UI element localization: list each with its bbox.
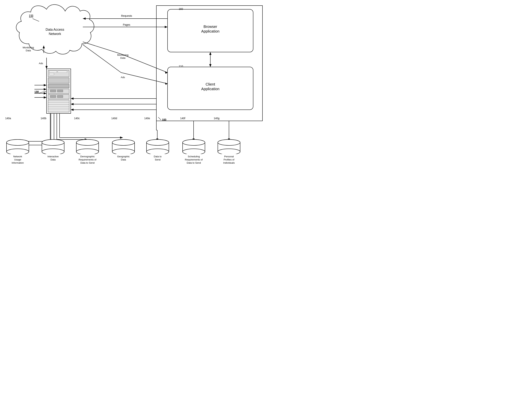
svg-point-133 xyxy=(183,140,205,145)
svg-line-13 xyxy=(32,18,39,21)
svg-text:Ads: Ads xyxy=(121,76,125,79)
svg-rect-47 xyxy=(50,95,56,98)
db-interactive: InteractiveData xyxy=(41,139,65,161)
db-data-to-send: Data toSend xyxy=(146,139,170,161)
svg-rect-40 xyxy=(49,73,54,75)
svg-marker-65 xyxy=(71,98,74,100)
svg-rect-39 xyxy=(58,71,67,73)
svg-rect-46 xyxy=(48,94,69,99)
svg-rect-41 xyxy=(48,78,69,83)
ref-140d: 140d xyxy=(111,117,117,120)
svg-text:Monitoring: Monitoring xyxy=(23,46,34,49)
db-label-network-usage: NetworkUsageInformation xyxy=(12,155,24,165)
svg-line-55 xyxy=(39,91,46,93)
svg-marker-57 xyxy=(44,84,46,86)
svg-rect-43 xyxy=(48,89,69,93)
svg-marker-26 xyxy=(45,66,48,69)
svg-marker-59 xyxy=(44,88,46,90)
svg-rect-42 xyxy=(48,84,69,88)
db-label-personal-profiles: PersonalProfiles ofIndividuals xyxy=(223,155,234,165)
svg-point-102 xyxy=(6,149,29,154)
ref-140c: 140c xyxy=(74,117,80,120)
svg-text:Application: Application xyxy=(201,87,220,91)
svg-rect-4 xyxy=(168,67,253,110)
db-demographic: DemographicRequirements ofData to Send xyxy=(75,139,100,165)
ref-110: 110 xyxy=(179,65,183,68)
diagram: Browser Application Client Application D… xyxy=(0,0,266,200)
svg-marker-67 xyxy=(71,103,74,105)
svg-point-139 xyxy=(218,140,240,145)
svg-marker-63 xyxy=(44,96,46,98)
svg-marker-15 xyxy=(83,18,86,20)
svg-text:Data: Data xyxy=(120,56,126,59)
svg-point-109 xyxy=(42,140,64,145)
svg-line-71 xyxy=(158,117,161,120)
svg-rect-1 xyxy=(168,9,253,52)
svg-marker-18 xyxy=(165,26,168,28)
svg-point-132 xyxy=(183,149,205,154)
svg-text:Requests: Requests xyxy=(121,14,132,17)
svg-point-120 xyxy=(112,149,135,154)
ref-160: 160 xyxy=(179,7,183,10)
db-label-interactive: InteractiveData xyxy=(47,155,59,161)
svg-line-33 xyxy=(83,45,121,73)
ref-140b: 140b xyxy=(41,117,46,120)
svg-marker-31 xyxy=(165,72,168,74)
ref-140a: 140a xyxy=(5,117,11,120)
db-label-geographic: GeographicData xyxy=(117,155,130,161)
svg-text:Application: Application xyxy=(201,29,220,33)
ref-100: 100 xyxy=(162,118,166,121)
svg-marker-9 xyxy=(209,64,211,67)
svg-text:Monitoring: Monitoring xyxy=(117,54,129,56)
svg-text:Network: Network xyxy=(49,32,61,36)
svg-marker-61 xyxy=(44,92,46,94)
svg-point-127 xyxy=(146,140,169,145)
db-geographic: GeographicData xyxy=(111,139,135,161)
svg-text:Data Access: Data Access xyxy=(46,28,64,31)
svg-point-115 xyxy=(76,140,99,145)
svg-text:Client: Client xyxy=(205,82,215,86)
svg-text:Browser: Browser xyxy=(203,25,217,29)
svg-rect-38 xyxy=(49,71,57,73)
svg-point-114 xyxy=(76,149,99,154)
svg-rect-37 xyxy=(48,70,69,77)
svg-text:Data: Data xyxy=(26,49,31,52)
ref-130: 130 xyxy=(34,90,39,93)
db-network-usage: NetworkUsageInformation xyxy=(6,139,30,165)
svg-rect-48 xyxy=(57,95,63,98)
db-label-demographic: DemographicRequirements ofData to Send xyxy=(79,155,96,165)
db-personal-profiles: PersonalProfiles ofIndividuals xyxy=(217,139,241,165)
svg-line-30 xyxy=(121,54,168,73)
svg-point-103 xyxy=(6,140,29,145)
svg-line-34 xyxy=(121,73,168,84)
db-label-scheduling: SchedulingRequirements ofData to Send xyxy=(185,155,203,165)
svg-marker-69 xyxy=(71,109,74,111)
db-label-data-to-send: Data toSend xyxy=(154,155,162,161)
svg-line-29 xyxy=(83,42,121,54)
svg-rect-0 xyxy=(156,6,262,121)
ref-140g: 140g xyxy=(214,117,220,120)
svg-point-121 xyxy=(112,140,135,145)
svg-rect-45 xyxy=(57,90,63,92)
ref-120: 120 xyxy=(29,14,33,17)
svg-marker-89 xyxy=(120,136,123,139)
svg-marker-35 xyxy=(165,83,168,85)
svg-text:Ads: Ads xyxy=(39,62,43,65)
ref-140f: 140f xyxy=(180,117,185,120)
svg-point-126 xyxy=(146,149,169,154)
svg-marker-8 xyxy=(209,52,211,55)
svg-rect-49 xyxy=(48,100,69,112)
svg-text:Pages: Pages xyxy=(123,23,130,26)
svg-rect-36 xyxy=(46,69,71,113)
ref-140e: 140e xyxy=(144,117,150,120)
svg-rect-44 xyxy=(50,90,56,92)
svg-point-138 xyxy=(218,149,240,154)
db-scheduling: SchedulingRequirements ofData to Send xyxy=(182,139,206,165)
svg-marker-23 xyxy=(43,46,45,48)
svg-point-108 xyxy=(42,149,64,154)
